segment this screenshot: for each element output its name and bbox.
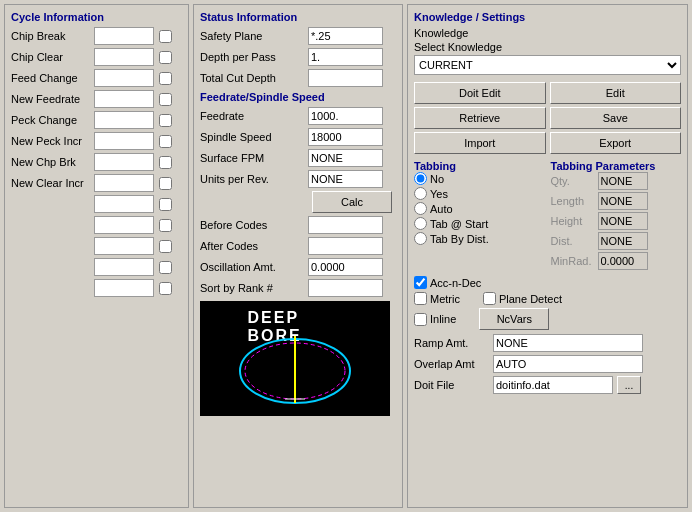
chip-clear-input[interactable] [94,48,154,66]
extra-check-3[interactable] [159,240,172,253]
tab-at-start-row: Tab @ Start [414,217,545,230]
surface-fpm-input[interactable] [308,149,383,167]
knowledge-settings-title: Knowledge / Settings [414,11,681,23]
extra-input-1[interactable] [94,195,154,213]
units-per-rev-input[interactable] [308,170,383,188]
peck-change-label: Peck Change [11,114,91,126]
inline-check[interactable] [414,313,427,326]
ramp-amt-row: Ramp Amt. [414,334,681,352]
tab-auto-radio[interactable] [414,202,427,215]
length-label: Length [551,195,596,207]
new-clear-incr-check[interactable] [159,177,172,190]
acc-n-dec-label: Acc-n-Dec [430,277,481,289]
tab-at-start-label: Tab @ Start [430,218,488,230]
dist-row: Dist. [551,232,682,250]
doit-file-input[interactable] [493,376,613,394]
retrieve-button[interactable]: Retrieve [414,107,546,129]
minrad-row: MinRad. [551,252,682,270]
extra-check-5[interactable] [159,282,172,295]
height-row: Height [551,212,682,230]
feed-change-check[interactable] [159,72,172,85]
inline-label: Inline [430,313,456,325]
extra-check-2[interactable] [159,219,172,232]
qty-input[interactable] [598,172,648,190]
import-button[interactable]: Import [414,132,546,154]
feed-change-input[interactable] [94,69,154,87]
extra-input-5[interactable] [94,279,154,297]
new-peck-incr-check[interactable] [159,135,172,148]
knowledge-select[interactable]: CURRENT [414,55,681,75]
length-row: Length [551,192,682,210]
depth-per-pass-row: Depth per Pass [200,48,396,66]
sort-by-rank-input[interactable] [308,279,383,297]
extra-check-4[interactable] [159,261,172,274]
tab-by-dist-row: Tab By Dist. [414,232,545,245]
new-chp-brk-check[interactable] [159,156,172,169]
before-codes-label: Before Codes [200,219,305,231]
new-chp-brk-input[interactable] [94,153,154,171]
new-clear-incr-row: New Clear Incr [11,174,182,192]
metric-check[interactable] [414,292,427,305]
doit-edit-button[interactable]: Doit Edit [414,82,546,104]
new-feedrate-check[interactable] [159,93,172,106]
new-feedrate-input[interactable] [94,90,154,108]
chip-break-input[interactable] [94,27,154,45]
bore-svg [235,331,355,406]
export-button[interactable]: Export [550,132,682,154]
chip-clear-check[interactable] [159,51,172,64]
overlap-amt-label: Overlap Amt [414,358,489,370]
height-label: Height [551,215,596,227]
feedrate-input[interactable] [308,107,383,125]
extra-row-1 [11,195,182,213]
extra-input-3[interactable] [94,237,154,255]
height-input[interactable] [598,212,648,230]
doit-edit-row: Doit Edit Edit [414,82,681,104]
depth-per-pass-label: Depth per Pass [200,51,305,63]
tab-by-dist-radio[interactable] [414,232,427,245]
tabbing-params-container: Tabbing No Yes Auto Tab @ Start [414,160,681,272]
doit-file-row: Doit File ... [414,376,681,394]
oscillation-amt-label: Oscillation Amt. [200,261,305,273]
peck-change-check[interactable] [159,114,172,127]
total-cut-depth-row: Total Cut Depth [200,69,396,87]
spindle-speed-input[interactable] [308,128,383,146]
safety-plane-input[interactable] [308,27,383,45]
qty-label: Qty. [551,175,596,187]
oscillation-amt-input[interactable] [308,258,383,276]
chip-break-check[interactable] [159,30,172,43]
calc-button[interactable]: Calc [312,191,392,213]
extra-input-4[interactable] [94,258,154,276]
edit-button[interactable]: Edit [550,82,682,104]
sort-by-rank-label: Sort by Rank # [200,282,305,294]
plane-detect-label: Plane Detect [499,293,562,305]
extra-input-2[interactable] [94,216,154,234]
tab-yes-radio[interactable] [414,187,427,200]
overlap-amt-input[interactable] [493,355,643,373]
surface-fpm-row: Surface FPM [200,149,396,167]
peck-change-input[interactable] [94,111,154,129]
minrad-input[interactable] [598,252,648,270]
new-peck-incr-row: New Peck Incr [11,132,182,150]
new-clear-incr-input[interactable] [94,174,154,192]
plane-detect-check[interactable] [483,292,496,305]
acc-n-dec-check[interactable] [414,276,427,289]
ramp-amt-input[interactable] [493,334,643,352]
doit-file-label: Doit File [414,379,489,391]
import-export-row: Import Export [414,132,681,154]
before-codes-input[interactable] [308,216,383,234]
new-peck-incr-input[interactable] [94,132,154,150]
after-codes-input[interactable] [308,237,383,255]
tab-auto-label: Auto [430,203,453,215]
chip-clear-label: Chip Clear [11,51,91,63]
dist-input[interactable] [598,232,648,250]
depth-per-pass-input[interactable] [308,48,383,66]
tab-no-radio[interactable] [414,172,427,185]
qty-row: Qty. [551,172,682,190]
tab-at-start-radio[interactable] [414,217,427,230]
extra-check-1[interactable] [159,198,172,211]
browse-button[interactable]: ... [617,376,641,394]
ncvars-button[interactable]: NcVars [479,308,549,330]
total-cut-depth-input[interactable] [308,69,383,87]
save-button[interactable]: Save [550,107,682,129]
length-input[interactable] [598,192,648,210]
